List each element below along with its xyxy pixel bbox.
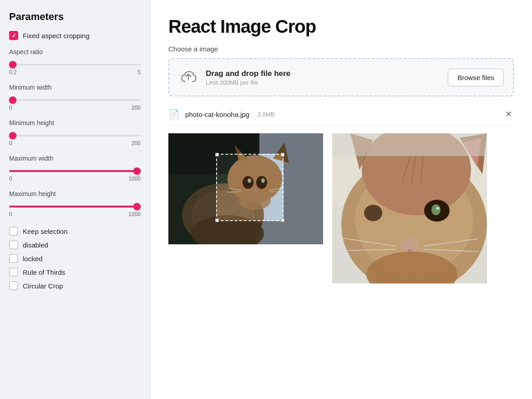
file-size: 2.0MB (258, 111, 275, 118)
svg-point-31 (364, 205, 382, 221)
limit-text: Limit 200MB per file (206, 79, 290, 86)
svg-point-12 (261, 178, 265, 183)
min-height-min: 0 (9, 140, 12, 146)
min-width-slider[interactable] (9, 99, 141, 101)
min-width-min: 0 (9, 105, 12, 111)
locked-checkbox[interactable] (9, 254, 18, 263)
file-icon: 📄 (168, 109, 180, 120)
fixed-aspect-row: Fixed aspect cropping (9, 31, 141, 40)
drop-text-block: Drag and drop file here Limit 200MB per … (206, 69, 290, 86)
rule-of-thirds-row: Rule of Thirds (9, 268, 141, 277)
max-height-min: 0 (9, 211, 12, 217)
locked-row: locked (9, 254, 141, 263)
cat-image-right (332, 133, 487, 283)
max-height-label: Maximum height (9, 190, 141, 197)
rule-of-thirds-label: Rule of Thirds (23, 268, 65, 276)
max-width-section: Maximum width 0 1000 (9, 155, 141, 182)
extra-checkboxes: Keep selection disabled locked Rule of T… (9, 227, 141, 290)
min-height-slider[interactable] (9, 135, 141, 136)
aspect-ratio-min: 0.2 (9, 69, 17, 76)
circular-crop-checkbox[interactable] (9, 281, 18, 290)
max-width-slider[interactable] (9, 170, 141, 172)
min-height-max: 200 (132, 140, 141, 146)
file-row: 📄 photo-cat-konoha.jpg 2.0MB ✕ (168, 103, 514, 126)
aspect-ratio-section: Aspect ratio 0.2 5 (9, 48, 141, 76)
circular-crop-row: Circular Crop (9, 281, 141, 290)
max-width-min: 0 (9, 176, 12, 182)
browse-files-button[interactable]: Browse files (448, 69, 504, 86)
min-height-label: Minimum height (9, 119, 141, 126)
page-title: React Image Crop (168, 16, 514, 37)
max-height-section: Maximum height 0 1000 (9, 190, 141, 217)
aspect-ratio-slider[interactable] (9, 64, 141, 66)
locked-label: locked (23, 255, 42, 263)
min-width-section: Minimum width 0 200 (9, 84, 141, 111)
aspect-ratio-label: Aspect ratio (9, 48, 141, 56)
drag-drop-text: Drag and drop file here (206, 69, 290, 78)
max-height-slider[interactable] (9, 206, 141, 207)
min-width-max: 200 (132, 105, 141, 111)
sidebar: Parameters Fixed aspect cropping Aspect … (0, 0, 150, 399)
min-height-values: 0 200 (9, 140, 141, 146)
max-height-max: 1000 (128, 211, 141, 217)
svg-point-18 (239, 192, 271, 210)
crop-preview-container (332, 133, 487, 283)
keep-selection-checkbox[interactable] (9, 227, 18, 236)
choose-label: Choose a image (168, 45, 514, 53)
disabled-row: disabled (9, 240, 141, 249)
disabled-checkbox[interactable] (9, 240, 18, 249)
svg-point-9 (243, 176, 253, 189)
min-width-values: 0 200 (9, 105, 141, 111)
sidebar-title: Parameters (9, 11, 141, 23)
fixed-aspect-label: Fixed aspect cropping (23, 32, 90, 40)
keep-selection-label: Keep selection (23, 227, 67, 235)
keep-selection-row: Keep selection (9, 227, 141, 236)
max-height-values: 0 1000 (9, 211, 141, 217)
upload-icon (178, 67, 198, 87)
min-height-section: Minimum height 0 200 (9, 119, 141, 146)
svg-point-11 (248, 178, 251, 183)
max-width-label: Maximum width (9, 155, 141, 162)
svg-rect-39 (332, 133, 487, 156)
max-width-max: 1000 (128, 176, 141, 182)
crop-image-container (168, 133, 323, 244)
svg-point-29 (431, 204, 441, 215)
rule-of-thirds-checkbox[interactable] (9, 268, 18, 277)
cat-image-left (168, 133, 323, 244)
main-content: React Image Crop Choose a image Drag and… (150, 0, 532, 399)
svg-point-30 (436, 207, 440, 210)
remove-file-button[interactable]: ✕ (503, 107, 514, 121)
file-name: photo-cat-konoha.jpg (185, 111, 249, 118)
min-width-label: Minimum width (9, 84, 141, 91)
aspect-ratio-max: 5 (137, 69, 141, 76)
max-width-values: 0 1000 (9, 176, 141, 182)
drop-zone-left: Drag and drop file here Limit 200MB per … (178, 67, 290, 87)
aspect-ratio-values: 0.2 5 (9, 69, 141, 76)
images-row (168, 133, 514, 283)
disabled-label: disabled (23, 241, 48, 249)
circular-crop-label: Circular Crop (23, 282, 63, 290)
svg-point-10 (256, 176, 267, 189)
fixed-aspect-checkbox[interactable] (9, 31, 18, 40)
drop-zone[interactable]: Drag and drop file here Limit 200MB per … (168, 58, 514, 96)
